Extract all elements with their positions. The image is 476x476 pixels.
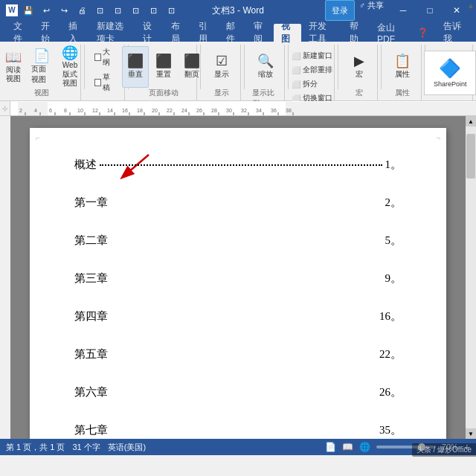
tab-tell-me[interactable]: 告诉我 [436, 24, 470, 42]
split-icon: ⬜ [292, 80, 300, 89]
reading-view-label: 阅读视图 [6, 65, 21, 83]
page-move-label: 页面移动 [149, 88, 178, 100]
tab-insert[interactable]: 插入 [61, 24, 89, 42]
new-window-btn[interactable]: ⬜ 新建窗口 [287, 49, 337, 62]
page-view-btn[interactable]: 📄 页面视图 [28, 46, 55, 88]
attr-group-label: 属性 [395, 88, 410, 100]
show-group: ☑ 显示 显示 [204, 45, 241, 100]
qa-extra-1[interactable]: ⊡ [92, 3, 107, 18]
sep-1 [84, 45, 85, 89]
show-label: 显示 [214, 69, 229, 80]
web-view-icon: 🌐 [62, 46, 78, 60]
sep-3 [200, 45, 201, 89]
tab-layout[interactable]: 布局 [164, 24, 191, 42]
svg-text:26: 26 [196, 108, 202, 113]
svg-line-42 [123, 155, 149, 177]
svg-text:22: 22 [167, 108, 173, 113]
sharepoint-box[interactable]: 🔷 SharePoint [424, 51, 476, 95]
win-controls: 登录 ♂ 共享 ─ □ ✕ [325, 0, 470, 21]
attr-btn[interactable]: 📋 属性 [389, 46, 416, 88]
reset-btn[interactable]: ⬛ 重置 [150, 46, 177, 88]
outline-label: 大纲 [103, 47, 117, 68]
zoom-group: 🔍 缩放 显示比例 [248, 45, 285, 100]
qa-extra-2[interactable]: ⊡ [110, 3, 125, 18]
toc-entry-6: 第六章 26。 [74, 385, 402, 399]
full-reading-btn[interactable]: 📖 [342, 442, 353, 452]
maximize-button[interactable]: □ [416, 0, 443, 21]
qa-extra-3[interactable]: ⊡ [128, 3, 143, 18]
view-modes-btns: 📖 阅读视图 📄 页面视图 🌐 Web版式视图 [0, 46, 83, 88]
tab-new-option[interactable]: 新建选项卡 [89, 24, 136, 42]
share-button[interactable]: ♂ 共享 [359, 0, 384, 21]
macro-btn[interactable]: ▶ 宏 [346, 46, 373, 88]
tab-start[interactable]: 开始 [33, 24, 61, 42]
tab-review[interactable]: 审阅 [246, 24, 274, 42]
web-view-btn[interactable]: 🌐 Web版式视图 [57, 46, 83, 88]
sep-4 [244, 45, 245, 89]
window-title: 文档3 - Word [212, 4, 264, 17]
tab-reference[interactable]: 引用 [191, 24, 219, 42]
split-btn[interactable]: ⬜ 拆分 [287, 77, 337, 91]
print-layout-btn[interactable]: 📄 [325, 442, 336, 452]
tab-file[interactable]: 文件 [6, 24, 33, 42]
show-btn[interactable]: ☑ 显示 [208, 46, 235, 88]
login-button[interactable]: 登录 [325, 0, 355, 21]
page-view-icon: 📄 [33, 49, 50, 62]
toc-page-6: 26。 [379, 385, 402, 399]
qa-extra-4[interactable]: ⊡ [146, 3, 161, 18]
close-button[interactable]: ✕ [443, 0, 470, 21]
collapse-ribbon-btn[interactable]: ▲ [467, 1, 475, 10]
toc-entry-3: 第三章 9。 [74, 271, 402, 286]
toc-title-3: 第三章 [74, 271, 108, 286]
svg-text:30: 30 [226, 108, 232, 113]
flip-btn[interactable]: ⬛ 翻页 [178, 46, 205, 88]
page-view-label: 页面视图 [31, 64, 52, 85]
undo-btn[interactable]: ↩ [39, 3, 54, 18]
outline-btn[interactable]: 大纲 [92, 46, 120, 68]
vertical-btn[interactable]: ⬛ 垂直 [122, 46, 149, 88]
tab-view[interactable]: 视图 [274, 24, 301, 42]
web-layout-status-btn[interactable]: 🌐 [359, 442, 370, 452]
toc-entry-5: 第五章 22。 [74, 347, 402, 361]
scroll-track[interactable] [466, 126, 476, 428]
tab-question[interactable]: ❓ [410, 24, 436, 42]
draft-label: 草稿 [103, 72, 117, 93]
sharepoint-label: SharePoint [434, 80, 467, 88]
svg-text:18: 18 [137, 108, 143, 113]
view-modes-label: 视图 [34, 88, 49, 100]
print-btn[interactable]: 🖨 [74, 3, 89, 18]
save-btn[interactable]: 💾 [21, 3, 36, 18]
scroll-thumb[interactable] [466, 134, 475, 178]
watermark: 头条 / 爆炒Office [412, 443, 476, 457]
svg-text:14: 14 [107, 108, 113, 113]
toc-entry-7: 第七章 35。 [74, 423, 402, 437]
toc-title-0: 概述 [74, 158, 97, 172]
redo-btn[interactable]: ↪ [57, 3, 71, 18]
tab-help[interactable]: 帮助 [342, 24, 370, 42]
scroll-up-btn[interactable]: ▲ [466, 116, 476, 126]
svg-text:6: 6 [49, 108, 52, 113]
tab-jinshan[interactable]: 金山PDF [370, 24, 410, 42]
svg-text:2: 2 [19, 108, 22, 113]
word-icon: W [6, 4, 18, 16]
flip-icon: ⬛ [184, 54, 200, 68]
sharepoint-group: 🔷 SharePoint [428, 45, 473, 100]
arrange-all-btn[interactable]: ⬜ 全部重排 [287, 63, 337, 77]
new-window-label: 新建窗口 [303, 51, 332, 61]
draft-btn[interactable]: 草稿 [92, 71, 120, 94]
reading-view-btn[interactable]: 📖 阅读视图 [0, 46, 27, 88]
macro-label: 宏 [356, 69, 363, 80]
minimize-button[interactable]: ─ [390, 0, 416, 21]
tab-design[interactable]: 设计 [135, 24, 163, 42]
tab-developer[interactable]: 开发工具 [301, 24, 341, 42]
vertical-scrollbar[interactable]: ▲ ▼ [466, 116, 476, 439]
attr-icon: 📋 [394, 54, 411, 68]
qa-extra-5[interactable]: ⊡ [164, 3, 178, 18]
zoom-btn[interactable]: 🔍 缩放 [252, 46, 279, 88]
macro-btns: ▶ 宏 [346, 46, 373, 88]
tab-mail[interactable]: 邮件 [219, 24, 246, 42]
view-modes-group: 📖 阅读视图 📄 页面视图 🌐 Web版式视图 视图 [3, 45, 81, 100]
svg-text:20: 20 [152, 108, 158, 113]
toc-title-1: 第一章 [74, 196, 108, 210]
scroll-down-btn[interactable]: ▼ [466, 428, 476, 439]
